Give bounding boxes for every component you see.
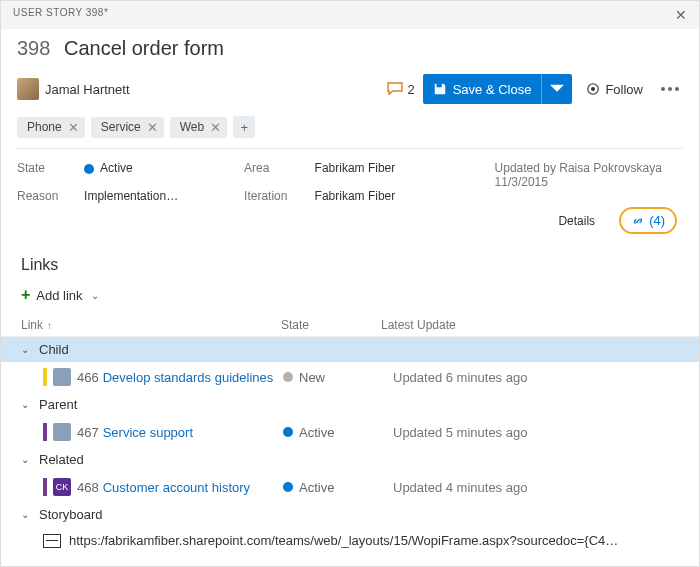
chevron-down-icon: ⌄ — [21, 399, 33, 410]
tag-service[interactable]: Service✕ — [91, 117, 164, 138]
workitem-type-bar — [43, 478, 47, 496]
chevron-down-icon: ⌄ — [21, 454, 33, 465]
follow-button[interactable]: Follow — [580, 82, 649, 97]
iteration-label: Iteration — [244, 189, 294, 203]
state-dot-icon — [283, 372, 293, 382]
state-text: Active — [100, 161, 133, 175]
save-and-close-button[interactable]: Save & Close — [423, 74, 573, 104]
avatar — [53, 423, 71, 441]
column-link-label: Link — [21, 318, 43, 332]
workitem-id: 398 — [17, 37, 50, 59]
link-item-row[interactable]: 467 Service support Active Updated 5 min… — [1, 417, 699, 447]
remove-tag-icon[interactable]: ✕ — [210, 120, 221, 135]
group-storyboard[interactable]: ⌄ Storyboard — [1, 502, 699, 527]
area-label: Area — [244, 161, 294, 175]
close-icon[interactable]: ✕ — [675, 7, 688, 23]
breadcrumb: USER STORY 398* — [13, 7, 108, 23]
state-dot-icon — [283, 482, 293, 492]
state-value[interactable]: Active — [84, 161, 224, 175]
chevron-down-icon — [550, 82, 564, 96]
link-item-id: 468 — [77, 480, 99, 495]
link-item-row[interactable]: CK 468 Customer account history Active U… — [1, 472, 699, 502]
workitem-title[interactable]: Cancel order form — [64, 37, 224, 59]
iteration-value[interactable]: Fabrikam Fiber — [315, 189, 455, 203]
remove-tag-icon[interactable]: ✕ — [68, 120, 79, 135]
follow-icon — [586, 82, 600, 96]
workitem-type-bar — [43, 368, 47, 386]
latest-update: Updated 5 minutes ago — [393, 425, 679, 440]
group-label: Parent — [39, 397, 77, 412]
workitem-type-bar — [43, 423, 47, 441]
column-link[interactable]: Link ↑ — [21, 318, 281, 332]
group-label: Child — [39, 342, 69, 357]
area-value[interactable]: Fabrikam Fiber — [315, 161, 455, 175]
links-count: (4) — [649, 213, 665, 228]
page-title: 398 Cancel order form — [1, 29, 699, 70]
tab-details[interactable]: Details — [546, 210, 607, 232]
tag-phone[interactable]: Phone✕ — [17, 117, 85, 138]
column-latest-update[interactable]: Latest Update — [381, 318, 679, 332]
link-item-id: 467 — [77, 425, 99, 440]
link-icon — [631, 214, 645, 228]
tag-label: Service — [101, 120, 141, 134]
avatar: CK — [53, 478, 71, 496]
save-icon — [433, 82, 447, 96]
sort-asc-icon: ↑ — [47, 320, 52, 331]
link-item-title[interactable]: Service support — [103, 425, 193, 440]
comment-count: 2 — [407, 82, 414, 97]
updated-by: Updated by Raisa Pokrovskaya 11/3/2015 — [495, 161, 683, 189]
link-item-row[interactable]: 466 Develop standards guidelines New Upd… — [1, 362, 699, 392]
state-label: State — [17, 161, 64, 175]
plus-icon: + — [21, 286, 30, 304]
save-label: Save & Close — [453, 82, 532, 97]
more-actions-button[interactable] — [657, 83, 683, 95]
add-link-label: Add link — [36, 288, 82, 303]
group-related[interactable]: ⌄ Related — [1, 447, 699, 472]
remove-tag-icon[interactable]: ✕ — [147, 120, 158, 135]
reason-label: Reason — [17, 189, 64, 203]
group-child[interactable]: ⌄ Child — [1, 337, 699, 362]
storyboard-url[interactable]: https:/fabrikamfiber.sharepoint.com/team… — [69, 533, 618, 548]
svg-point-1 — [591, 87, 595, 91]
dot-icon — [661, 87, 665, 91]
link-item-title[interactable]: Develop standards guidelines — [103, 370, 274, 385]
state-dot-icon — [283, 427, 293, 437]
tag-web[interactable]: Web✕ — [170, 117, 227, 138]
chevron-down-icon: ⌄ — [91, 290, 99, 301]
tag-label: Phone — [27, 120, 62, 134]
group-label: Storyboard — [39, 507, 103, 522]
add-tag-button[interactable]: + — [233, 116, 255, 138]
chevron-down-icon: ⌄ — [21, 509, 33, 520]
assignee-name: Jamal Hartnett — [45, 82, 130, 97]
tab-links[interactable]: (4) — [619, 207, 677, 234]
latest-update: Updated 6 minutes ago — [393, 370, 679, 385]
storyboard-icon — [43, 534, 61, 548]
add-link-button[interactable]: + Add link ⌄ — [1, 280, 699, 314]
storyboard-link-row[interactable]: https:/fabrikamfiber.sharepoint.com/team… — [1, 527, 699, 554]
group-parent[interactable]: ⌄ Parent — [1, 392, 699, 417]
save-dropdown[interactable] — [541, 74, 572, 104]
latest-update: Updated 4 minutes ago — [393, 480, 679, 495]
avatar — [17, 78, 39, 100]
dot-icon — [675, 87, 679, 91]
link-item-id: 466 — [77, 370, 99, 385]
group-label: Related — [39, 452, 84, 467]
chevron-down-icon: ⌄ — [21, 344, 33, 355]
avatar — [53, 368, 71, 386]
state-text: Active — [299, 480, 334, 495]
dot-icon — [668, 87, 672, 91]
links-section-title: Links — [1, 242, 699, 280]
assignee-picker[interactable]: Jamal Hartnett — [17, 78, 130, 100]
tag-label: Web — [180, 120, 204, 134]
column-state[interactable]: State — [281, 318, 381, 332]
state-text: Active — [299, 425, 334, 440]
state-dot-icon — [84, 164, 94, 174]
discussion-button[interactable]: 2 — [387, 82, 414, 97]
comment-icon — [387, 82, 403, 96]
follow-label: Follow — [605, 82, 643, 97]
link-item-title[interactable]: Customer account history — [103, 480, 250, 495]
state-text: New — [299, 370, 325, 385]
reason-value[interactable]: Implementation… — [84, 189, 224, 203]
